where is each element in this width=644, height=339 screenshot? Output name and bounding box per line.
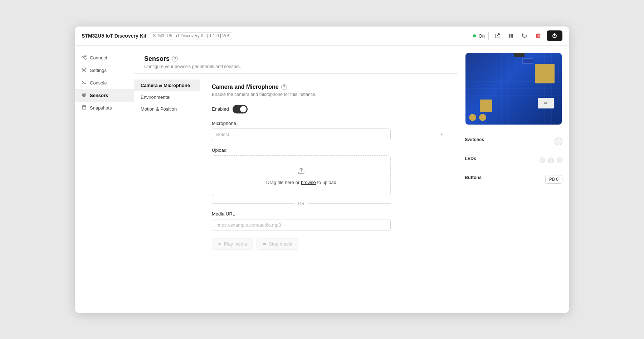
svg-rect-1 xyxy=(511,34,512,38)
microphone-label: Microphone xyxy=(212,121,447,126)
stop-media-label: Stop media xyxy=(269,241,292,247)
board-chip-main xyxy=(535,64,555,83)
microphone-select[interactable] xyxy=(212,129,391,140)
upload-icon xyxy=(297,166,305,176)
content-body: Camera & Microphone Environmental Motion… xyxy=(134,74,458,313)
sub-nav: Camera & Microphone Environmental Motion… xyxy=(134,74,200,313)
microphone-select-wrap: ▾ Select... xyxy=(212,129,447,140)
sidebar-item-connect[interactable]: Connect xyxy=(75,52,134,64)
svg-point-8 xyxy=(82,93,86,97)
snapshots-icon xyxy=(82,105,87,111)
enabled-label: Enabled xyxy=(212,106,229,112)
board-cap2 xyxy=(479,114,486,121)
status-dot xyxy=(473,34,476,37)
board-white-chip: ST xyxy=(538,98,554,108)
divider xyxy=(488,32,489,40)
board-image: ST xyxy=(465,53,562,125)
upload-text: Drag file here or browse to upload xyxy=(266,180,336,185)
sidebar-label-connect: Connect xyxy=(90,55,107,60)
svg-rect-2 xyxy=(512,34,513,38)
svg-point-5 xyxy=(85,58,86,59)
content-subtitle: Configure your device's peripherals and … xyxy=(144,64,448,69)
columns-button[interactable] xyxy=(506,31,516,41)
svg-rect-0 xyxy=(509,34,510,38)
upload-row: Upload Drag file here or browse xyxy=(212,147,447,231)
switches-label: Switches xyxy=(465,137,484,142)
status-indicator: On xyxy=(473,33,485,39)
sensors-help-icon[interactable]: ? xyxy=(172,56,178,62)
sub-nav-environmental[interactable]: Environmental xyxy=(134,91,200,103)
sidebar-label-sensors: Sensors xyxy=(90,93,108,98)
led-1 xyxy=(540,158,545,163)
section-title: Camera and Microphone ? xyxy=(212,84,447,90)
console-icon xyxy=(82,80,87,86)
sidebar-item-settings[interactable]: Settings xyxy=(75,64,134,77)
play-media-label: Play media xyxy=(224,241,247,247)
led-indicators xyxy=(540,158,562,163)
sensors-icon xyxy=(82,92,87,98)
sidebar-label-console: Console xyxy=(90,80,107,86)
upload-area[interactable]: Drag file here or browse to upload xyxy=(212,155,391,196)
switches-section: Switches xyxy=(458,132,569,151)
sub-nav-motion[interactable]: Motion & Position xyxy=(134,103,200,115)
svg-rect-9 xyxy=(82,106,86,109)
svg-point-7 xyxy=(83,94,85,96)
content-area: Sensors ? Configure your device's periph… xyxy=(134,46,458,313)
sidebar-label-settings: Settings xyxy=(90,68,107,73)
chevron-down-icon: ▾ xyxy=(441,132,443,137)
app-title: STM32U5 IoT Discovery Kit xyxy=(82,33,146,39)
leds-section: LEDs xyxy=(458,151,569,170)
media-url-label: Media URL xyxy=(212,211,447,217)
led-3 xyxy=(557,158,562,163)
status-text: On xyxy=(479,33,485,39)
sidebar-item-sensors[interactable]: Sensors xyxy=(75,89,134,102)
switch-circle[interactable] xyxy=(555,137,562,145)
titlebar-actions: On xyxy=(473,30,562,41)
toggle-thumb xyxy=(240,106,247,112)
stop-media-button[interactable]: Stop media xyxy=(257,238,298,250)
enabled-toggle-row: Enabled xyxy=(212,105,447,113)
upload-label: Upload xyxy=(212,147,447,153)
refresh-button[interactable] xyxy=(519,31,530,41)
board-module xyxy=(522,58,533,64)
board-connector xyxy=(514,53,525,57)
section-subtitle: Enable the camera and microphone for thi… xyxy=(212,92,447,97)
svg-rect-11 xyxy=(263,243,266,245)
camera-help-icon[interactable]: ? xyxy=(281,84,287,90)
titlebar: STM32U5 IoT Discovery Kit STM32U5 IoT Di… xyxy=(75,26,569,46)
main-layout: Connect Settings Console xyxy=(75,46,569,313)
trash-button[interactable] xyxy=(533,31,543,41)
power-button[interactable] xyxy=(547,30,562,41)
media-url-input[interactable] xyxy=(212,219,391,231)
buttons-label: Buttons xyxy=(465,175,482,180)
play-media-button[interactable]: Play media xyxy=(212,238,253,250)
board-cap1 xyxy=(469,114,476,121)
app-window: STM32U5 IoT Discovery Kit STM32U5 IoT Di… xyxy=(75,26,569,313)
divider-left xyxy=(212,203,294,204)
right-panel: ST Switches LEDs xyxy=(458,46,569,313)
content-header: Sensors ? Configure your device's periph… xyxy=(134,46,458,74)
or-divider: OR xyxy=(212,201,391,206)
sub-nav-camera[interactable]: Camera & Microphone xyxy=(134,79,200,91)
buttons-section: Buttons PB 0 xyxy=(458,170,569,189)
led-2 xyxy=(548,158,554,163)
board-chip-secondary xyxy=(480,100,492,112)
svg-point-6 xyxy=(83,69,85,71)
svg-point-4 xyxy=(85,55,86,57)
switches-row: Switches xyxy=(465,137,562,146)
sidebar-item-console[interactable]: Console xyxy=(75,77,134,89)
leds-label: LEDs xyxy=(465,156,476,161)
content-title: Sensors ? xyxy=(144,55,448,63)
sidebar-item-snapshots[interactable]: Snapshots xyxy=(75,102,134,114)
leds-row: LEDs xyxy=(465,156,562,165)
divider-right xyxy=(308,203,391,204)
browse-link[interactable]: browse xyxy=(301,180,316,185)
external-link-button[interactable] xyxy=(492,31,502,41)
sidebar: Connect Settings Console xyxy=(75,46,134,313)
microphone-row: Microphone ▾ Select... xyxy=(212,121,447,140)
media-buttons-row: Play media Stop media xyxy=(212,238,447,250)
button-badge: PB 0 xyxy=(545,175,562,184)
enabled-toggle[interactable] xyxy=(233,105,248,113)
svg-marker-10 xyxy=(219,242,221,246)
connect-icon xyxy=(82,55,87,61)
